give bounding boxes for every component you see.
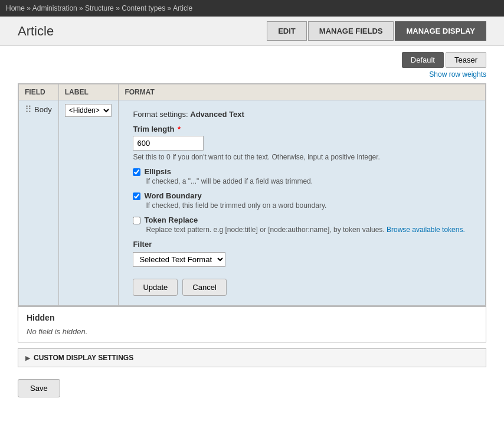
main-content: Default Teaser Show row weights FIELD LA… [0,46,504,403]
field-name-container: ⠿ Body [25,104,53,115]
field-cell: ⠿ Body [19,100,59,306]
word-boundary-row: Word Boundary [133,191,471,200]
show-row-weights-link[interactable]: Show row weights [429,70,486,79]
label-cell: <Hidden> [58,100,119,306]
ellipsis-row: Ellipsis [133,167,471,176]
custom-display-label: CUSTOM DISPLAY SETTINGS [34,354,133,362]
field-body-label: Body [34,105,52,114]
hidden-section: Hidden No field is hidden. [18,306,486,342]
format-col-header: FORMAT [119,84,486,100]
breadcrumb-content-types[interactable]: Content types [122,4,165,12]
browse-tokens-link[interactable]: Browse available tokens. [387,226,465,234]
manage-display-tab[interactable]: MANAGE DISPLAY [395,21,486,41]
custom-display-header[interactable]: ▶ CUSTOM DISPLAY SETTINGS [18,349,486,367]
teaser-display-tab[interactable]: Teaser [446,52,486,68]
filter-select[interactable]: Selected Text Format [133,252,225,267]
default-display-tab[interactable]: Default [402,52,444,68]
fields-table-wrapper: FIELD LABEL FORMAT ⠿ Body <Hidden> [18,83,486,306]
trim-length-input[interactable] [133,136,204,151]
format-settings-panel: Format settings: Advanced Text Trim leng… [125,104,479,302]
breadcrumb-admin[interactable]: Administration [32,4,77,12]
label-select[interactable]: <Hidden> [65,104,112,117]
ellipsis-label[interactable]: Ellipsis [144,167,171,176]
word-boundary-label[interactable]: Word Boundary [144,191,201,200]
cancel-button[interactable]: Cancel [182,279,226,296]
format-settings-title: Format settings: Advanced Text [133,110,471,119]
token-replace-desc: Replace text pattern. e.g [node:title] o… [146,226,471,234]
breadcrumb: Home » Administration » Structure » Cont… [6,4,192,12]
label-col-header: LABEL [58,84,119,100]
token-replace-checkbox[interactable] [133,217,140,224]
field-col-header: FIELD [19,84,59,100]
table-row: ⠿ Body <Hidden> Format settings: [19,100,486,306]
button-row: Update Cancel [133,279,471,296]
update-button[interactable]: Update [133,279,178,296]
trim-length-desc: Set this to 0 if you don't want to cut t… [133,153,471,161]
breadcrumb-article[interactable]: Article [173,4,192,12]
top-bar: Home » Administration » Structure » Cont… [0,0,504,17]
breadcrumb-home[interactable]: Home [6,4,25,12]
token-replace-label[interactable]: Token Replace [144,216,198,224]
filter-label: Filter [133,240,471,249]
word-boundary-checkbox[interactable] [133,192,140,200]
page-title: Article [18,24,54,39]
word-boundary-desc: If checked, this field be trimmed only o… [146,201,471,210]
custom-display-section: ▶ CUSTOM DISPLAY SETTINGS [18,348,486,367]
ellipsis-desc: If checked, a "..." will be added if a f… [146,177,471,185]
drag-handle-icon[interactable]: ⠿ [25,104,32,115]
format-name: Advanced Text [190,110,244,119]
required-star: * [178,125,181,133]
display-tabs: Default Teaser [18,52,486,68]
save-button[interactable]: Save [18,379,60,397]
save-section: Save [18,379,486,397]
hidden-title: Hidden [27,313,477,322]
hidden-description: No field is hidden. [27,327,477,336]
action-tabs: EDIT MANAGE FIELDS MANAGE DISPLAY [267,21,486,41]
ellipsis-checkbox[interactable] [133,168,140,176]
manage-fields-tab[interactable]: MANAGE FIELDS [308,21,394,41]
page-header: Article EDIT MANAGE FIELDS MANAGE DISPLA… [0,17,504,46]
triangle-icon: ▶ [25,354,30,362]
trim-length-label: Trim length * [133,125,471,133]
format-cell: Format settings: Advanced Text Trim leng… [119,100,486,306]
fields-table: FIELD LABEL FORMAT ⠿ Body <Hidden> [18,84,486,306]
edit-tab[interactable]: EDIT [267,21,307,41]
token-replace-row: Token Replace [133,216,471,224]
show-row-weights-container: Show row weights [18,70,486,79]
breadcrumb-structure[interactable]: Structure [85,4,114,12]
